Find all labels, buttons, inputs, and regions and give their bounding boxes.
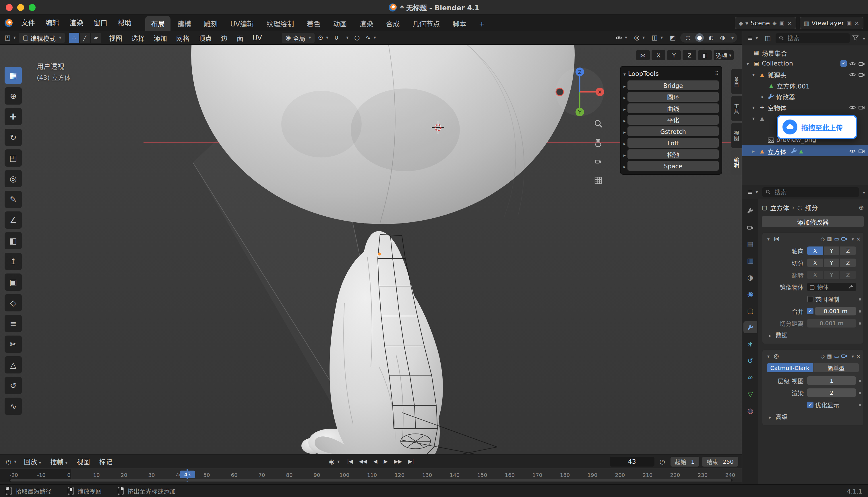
overlays-dropdown[interactable]: ◫ — [649, 32, 665, 43]
snap-options-icon[interactable]: ◧ — [698, 50, 712, 60]
minimize-window-button[interactable] — [17, 4, 24, 11]
optimal-display-checkbox[interactable] — [807, 402, 813, 408]
menu-add[interactable]: 添加 — [150, 33, 171, 42]
timeline-ruler[interactable]: -20 -10 0 10 20 30 40 50 60 70 80 90 100… — [0, 468, 742, 482]
advanced-section-toggle[interactable]: 高级 — [762, 411, 864, 422]
bisect-distance-field[interactable]: 0.001 m — [807, 319, 856, 327]
modifier-extras-dropdown[interactable] — [850, 353, 854, 359]
frame-end-field[interactable]: 结束 250 — [702, 456, 738, 466]
jump-to-end-button[interactable]: ▶| — [407, 457, 415, 465]
tool-transform[interactable]: ◎ — [4, 170, 22, 187]
editor-type-button[interactable]: ◳ — [2, 32, 18, 43]
unlink-scene-icon[interactable]: × — [787, 19, 792, 27]
mirror-axis-x-button[interactable]: X — [807, 246, 823, 255]
edge-select-button[interactable]: ╱ — [80, 32, 90, 43]
looptools-flatten-button[interactable]: 平化 — [628, 115, 719, 125]
shading-wireframe-button[interactable]: ○ — [684, 33, 692, 42]
expand-icon[interactable] — [623, 162, 626, 170]
flip-x-button[interactable]: X — [807, 271, 823, 279]
mirror-x-toggle[interactable]: X — [651, 50, 665, 60]
tool-add-cube[interactable]: ◧ — [4, 232, 22, 250]
outliner-search-input[interactable] — [786, 34, 847, 42]
disclosure-icon[interactable] — [760, 93, 766, 100]
disclosure-icon[interactable] — [750, 114, 756, 122]
looptools-relax-button[interactable]: 松弛 — [628, 150, 719, 159]
edit-mode-display-icon[interactable]: ◇ — [821, 353, 825, 359]
menu-select[interactable]: 选择 — [128, 33, 149, 42]
expand-icon[interactable] — [623, 104, 626, 112]
camera-icon[interactable] — [858, 104, 865, 111]
eye-icon[interactable] — [849, 60, 856, 67]
eyedropper-icon[interactable] — [848, 284, 854, 290]
tool-poly-build[interactable]: △ — [4, 356, 22, 373]
eye-icon[interactable] — [849, 104, 856, 111]
mirror-icon[interactable]: ⋈ — [636, 50, 650, 60]
orthographic-grid-icon[interactable] — [592, 174, 604, 187]
workspace-tab-animation[interactable]: 动画 — [327, 16, 352, 31]
tool-rotate[interactable]: ↻ — [4, 129, 22, 146]
animate-dot[interactable] — [859, 322, 861, 325]
workspace-tab-scripting[interactable]: 脚本 — [447, 16, 472, 31]
use-preview-range-icon[interactable]: ◷ — [657, 456, 667, 467]
cage-display-icon[interactable]: ▦ — [827, 236, 832, 242]
workspace-tab-texture-paint[interactable]: 纹理绘制 — [261, 16, 300, 31]
close-icon[interactable]: × — [856, 236, 860, 242]
proportional-editing-icon[interactable]: ◌ — [352, 32, 362, 43]
looptools-loft-button[interactable]: Loft — [628, 138, 719, 148]
disclosure-icon[interactable] — [750, 103, 756, 111]
realtime-display-icon[interactable]: ▭ — [834, 236, 839, 242]
pivot-point-dropdown[interactable]: ⊙ — [316, 32, 331, 43]
tool-measure[interactable]: ∠ — [4, 211, 22, 229]
workspace-tab-uv[interactable]: UV编辑 — [224, 16, 260, 31]
proportional-falloff-dropdown[interactable]: ∿ — [363, 32, 378, 43]
viewlayer-selector[interactable]: ▥ ViewLayer ▣ × — [800, 17, 864, 29]
flip-y-button[interactable]: Y — [824, 271, 839, 279]
options-dropdown[interactable]: 选项 — [713, 50, 734, 60]
eye-icon[interactable] — [849, 71, 856, 78]
outliner-search[interactable] — [775, 33, 850, 43]
levels-viewport-field[interactable]: 1 — [807, 377, 856, 385]
outliner-row-modifiers[interactable]: 修改器 — [742, 91, 868, 102]
tab-object[interactable] — [744, 304, 757, 316]
jump-to-start-button[interactable]: |◀ — [346, 457, 354, 465]
current-frame-field[interactable]: 43 — [610, 456, 654, 466]
tab-material[interactable] — [744, 404, 757, 416]
timeline-editor-type-button[interactable]: ◷ — [3, 456, 19, 467]
collapse-icon[interactable] — [765, 236, 771, 242]
breadcrumb-modifier[interactable]: 细分 — [805, 203, 818, 212]
outliner-filter-dropdown[interactable] — [861, 34, 865, 42]
properties-search-input[interactable] — [773, 188, 856, 196]
animate-dot[interactable] — [859, 310, 861, 313]
realtime-display-icon[interactable]: ▭ — [834, 353, 839, 359]
zoom-icon[interactable] — [592, 117, 604, 130]
bisect-x-button[interactable]: X — [807, 258, 823, 267]
expand-icon[interactable] — [623, 139, 626, 147]
tab-modifiers[interactable] — [744, 321, 757, 333]
tool-scale[interactable]: ◰ — [4, 150, 22, 167]
vertex-select-button[interactable]: ∴ — [69, 32, 79, 43]
shading-settings-dropdown[interactable] — [730, 34, 734, 41]
transform-orientation-dropdown[interactable]: ◉ 全局 — [282, 32, 314, 43]
outliner-row-empty[interactable]: 空物体 — [742, 102, 868, 113]
outliner-row-cube-001[interactable]: 立方体.001 — [742, 80, 868, 91]
animate-dot[interactable] — [859, 298, 861, 300]
cage-display-icon[interactable]: ▦ — [827, 353, 832, 359]
disclosure-icon[interactable] — [750, 71, 756, 78]
menu-help[interactable]: 帮助 — [113, 15, 137, 31]
tool-annotate[interactable]: ✎ — [4, 191, 22, 208]
xray-toggle[interactable]: ◩ — [667, 32, 678, 43]
close-window-button[interactable] — [6, 4, 13, 11]
tool-spin[interactable]: ↺ — [4, 377, 22, 394]
mirror-axis-y-button[interactable]: Y — [824, 246, 839, 255]
play-button[interactable]: ▶ — [383, 457, 389, 465]
gizmos-dropdown[interactable]: ◎ — [632, 32, 647, 43]
face-select-button[interactable]: ▰ — [91, 32, 101, 43]
shading-solid-button[interactable]: ● — [695, 33, 704, 42]
collapse-icon[interactable] — [623, 70, 626, 77]
collection-checkbox[interactable] — [840, 60, 847, 67]
tool-smooth[interactable]: ∿ — [4, 398, 22, 415]
timeline-view-menu[interactable]: 视图 — [73, 457, 94, 466]
menu-mesh[interactable]: 网格 — [172, 33, 193, 42]
camera-icon[interactable] — [858, 71, 865, 78]
keying-menu[interactable]: 插帧 — [46, 457, 72, 466]
